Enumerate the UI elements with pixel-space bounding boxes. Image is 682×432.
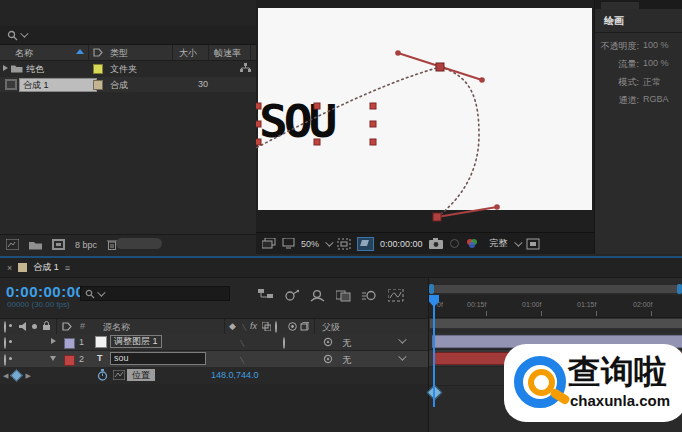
- resolution-value[interactable]: 完整: [490, 237, 508, 250]
- flow-value[interactable]: 100 %: [643, 58, 669, 68]
- layer2-pickwhip-icon[interactable]: [323, 354, 333, 364]
- region-of-interest-icon[interactable]: [337, 238, 351, 250]
- composition-flowchart-icon[interactable]: [258, 289, 273, 302]
- resolution-chevron-icon[interactable]: [514, 238, 522, 246]
- layer-row-2[interactable]: 2 T sou ﹨ 无: [0, 351, 428, 368]
- graph-editor-icon[interactable]: [388, 289, 404, 302]
- new-composition-icon[interactable]: [52, 239, 65, 250]
- search-options-chevron-icon[interactable]: [20, 29, 28, 37]
- new-folder-icon[interactable]: [29, 240, 42, 250]
- layer1-eye-icon[interactable]: [4, 338, 6, 348]
- layer1-name[interactable]: 调整图层 1: [110, 335, 162, 348]
- bit-depth-button[interactable]: 8 bpc: [75, 240, 97, 250]
- property-graph-icon[interactable]: [113, 370, 125, 380]
- solo-column-icon[interactable]: [32, 324, 37, 329]
- show-channels-icon[interactable]: [466, 238, 480, 249]
- always-preview-icon[interactable]: [262, 238, 276, 249]
- previous-keyframe-icon[interactable]: ◀: [3, 372, 8, 380]
- mode-value[interactable]: 正常: [643, 76, 661, 89]
- current-timecode[interactable]: 0:00:00:00: [6, 283, 84, 300]
- channels-value[interactable]: RGBA: [643, 94, 669, 104]
- label-column-tag-icon[interactable]: [62, 322, 72, 331]
- frame-blending-icon[interactable]: [336, 289, 351, 302]
- frame-blend-switch-icon[interactable]: [262, 322, 271, 331]
- panel-menu-icon[interactable]: ≡: [65, 263, 69, 273]
- close-tab-icon[interactable]: ×: [7, 263, 12, 273]
- parent-column[interactable]: 父级: [322, 321, 340, 334]
- expand-folder-icon[interactable]: [3, 65, 8, 71]
- layer2-eye-icon[interactable]: [4, 355, 6, 365]
- lock-column-icon[interactable]: [42, 321, 51, 331]
- item-name-edit-field[interactable]: 合成 1: [19, 78, 97, 92]
- label-color-swatch[interactable]: [93, 64, 103, 74]
- paint-panel-tabstrip[interactable]: [595, 0, 682, 9]
- show-snapshot-icon[interactable]: [449, 238, 460, 249]
- work-area-bar[interactable]: [429, 318, 682, 329]
- threed-switch-icon[interactable]: [300, 322, 309, 331]
- project-row-solids-folder[interactable]: 纯色 文件夹: [0, 61, 256, 76]
- column-size[interactable]: 大小: [179, 47, 197, 60]
- time-ruler[interactable]: 0f 00:15f 01:00f 01:15f 02:00f: [429, 295, 682, 318]
- magnification-chevron-icon[interactable]: [325, 238, 333, 246]
- stopwatch-icon[interactable]: [97, 369, 108, 381]
- motion-blur-switch-icon[interactable]: [275, 322, 277, 332]
- project-column-header[interactable]: 名称 类型 大小 帧速率: [0, 45, 256, 61]
- audio-column-speaker-icon[interactable]: [19, 322, 28, 331]
- collapse-switch-icon[interactable]: ﹨: [240, 321, 249, 334]
- label-column-tag-icon[interactable]: [93, 48, 103, 57]
- video-visibility-column-eye-icon[interactable]: [4, 322, 6, 332]
- layer1-parent-chevron-icon[interactable]: [398, 335, 406, 343]
- magnification-value[interactable]: 50%: [301, 239, 319, 249]
- layer1-adjustment-icon[interactable]: [283, 338, 285, 348]
- draft-3d-icon[interactable]: [284, 289, 299, 302]
- fx-switch-icon[interactable]: fx: [250, 321, 257, 331]
- time-navigator-bar[interactable]: [431, 285, 681, 293]
- project-search-box[interactable]: [0, 26, 256, 45]
- position-value[interactable]: 148.0,744.0: [211, 370, 259, 380]
- motion-blur-icon[interactable]: [362, 289, 377, 302]
- project-row-comp1[interactable]: 合成 1 合成 30: [0, 77, 256, 92]
- layer2-name-edit-field[interactable]: sou: [110, 352, 206, 365]
- layer2-collapse-icon[interactable]: [50, 356, 56, 361]
- position-property-name[interactable]: 位置: [127, 369, 155, 381]
- next-keyframe-icon[interactable]: ▶: [25, 372, 30, 380]
- target-region-icon[interactable]: [526, 238, 540, 250]
- item-name[interactable]: 纯色: [26, 63, 44, 76]
- label-color-swatch[interactable]: [93, 80, 103, 90]
- layer2-label-swatch[interactable]: [64, 355, 75, 366]
- snapshot-camera-icon[interactable]: [429, 238, 443, 249]
- layer1-quality-switch-icon[interactable]: ﹨: [238, 337, 247, 350]
- layer1-expand-icon[interactable]: [51, 338, 56, 344]
- source-name-column[interactable]: 源名称: [103, 321, 130, 334]
- column-type[interactable]: 类型: [110, 47, 128, 60]
- layer2-parent-chevron-icon[interactable]: [398, 352, 406, 360]
- timeline-search-box[interactable]: [80, 286, 230, 301]
- timeline-tab-title[interactable]: 合成 1: [33, 261, 59, 274]
- layer2-parent-dropdown[interactable]: 无: [342, 354, 351, 367]
- paint-panel-title[interactable]: 绘画: [604, 14, 624, 28]
- interpret-footage-icon[interactable]: [6, 239, 19, 250]
- layer-row-1[interactable]: 1 调整图层 1 ﹨ 无: [0, 334, 428, 351]
- horizontal-scrollbar-thumb[interactable]: [116, 238, 162, 249]
- transparency-grid-icon[interactable]: [357, 237, 374, 251]
- navigator-start-handle[interactable]: [429, 284, 434, 294]
- hide-shy-layers-icon[interactable]: [310, 289, 325, 302]
- playhead-line[interactable]: [433, 295, 435, 407]
- column-name[interactable]: 名称: [15, 47, 33, 60]
- viewer-timecode[interactable]: 0:00:00:00: [380, 239, 423, 249]
- layer2-quality-switch-icon[interactable]: ﹨: [238, 354, 247, 367]
- layer1-label-swatch[interactable]: [64, 338, 75, 349]
- keyframe-toggle-icon[interactable]: [11, 369, 24, 382]
- column-framerate[interactable]: 帧速率: [214, 47, 241, 60]
- adjustment-switch-icon[interactable]: [288, 322, 297, 331]
- position-property-row[interactable]: ◀ ▶ 位置 148.0,744.0: [0, 367, 428, 385]
- layer1-pickwhip-icon[interactable]: [323, 337, 333, 347]
- opacity-value[interactable]: 100 %: [643, 40, 669, 50]
- quality-switch-icon[interactable]: ◆: [229, 321, 236, 331]
- primary-viewer-icon[interactable]: [282, 238, 295, 249]
- layer-number-column[interactable]: #: [80, 321, 85, 331]
- sort-ascending-icon[interactable]: [76, 49, 84, 54]
- navigator-end-handle[interactable]: [677, 284, 682, 294]
- layer1-parent-dropdown[interactable]: 无: [342, 337, 351, 350]
- canvas-text-sou[interactable]: SOU: [259, 103, 333, 141]
